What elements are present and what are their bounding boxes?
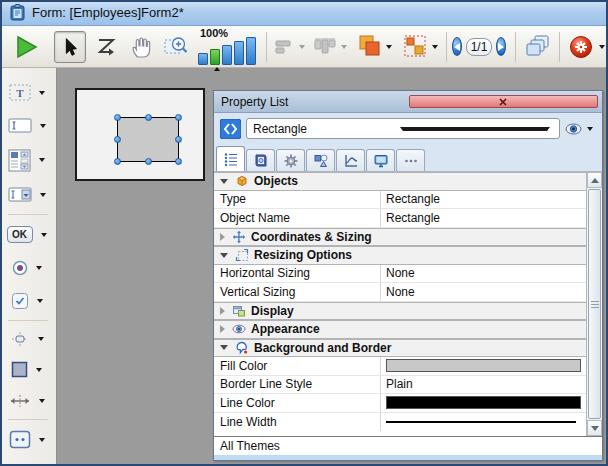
themes-footer[interactable]: All Themes [214,436,602,455]
selection-handle[interactable] [145,158,152,165]
tab-display[interactable] [366,149,395,171]
form-canvas-page[interactable] [75,88,205,181]
zoom-level-widget[interactable]: 100% [198,28,256,65]
expand-triangle-icon[interactable] [220,179,228,184]
next-page-button[interactable] [496,37,506,56]
property-scrollbar[interactable] [586,172,602,436]
expand-triangle-icon[interactable] [220,345,228,350]
tab-actions[interactable] [276,149,305,171]
static-text-tool[interactable]: T [0,76,56,109]
pan-tool-button[interactable] [128,34,154,60]
section-coordinates-sizing[interactable]: Coordinates & Sizing [214,228,586,247]
close-button[interactable] [409,95,599,108]
section-appearance[interactable]: Appearance [214,320,586,339]
group-menu-button[interactable] [402,33,429,60]
collapse-triangle-icon[interactable] [220,325,225,333]
zoom-bar-4[interactable] [234,41,244,65]
splitter-tool-chevron-icon[interactable] [39,399,45,403]
previous-page-button[interactable] [452,37,462,56]
radio-tool-chevron-icon[interactable] [36,266,42,270]
slider-tool-chevron-icon[interactable] [38,337,44,341]
plugin-tool-chevron-icon[interactable] [39,438,45,442]
selection-handle[interactable] [175,136,182,143]
object-selector-dropdown[interactable]: Rectangle [246,118,560,139]
fill-color-swatch[interactable] [386,359,581,372]
property-value[interactable]: Plain [381,376,586,394]
settings-menu-chevron-icon[interactable] [599,45,605,49]
level-menu-chevron-icon[interactable] [386,45,392,49]
window-titlebar[interactable]: Form: [Employees]Form2* [0,0,608,26]
zoom-bars-icon[interactable] [198,39,256,65]
checkbox-tool[interactable] [0,284,56,317]
settings-menu-button[interactable] [569,35,593,59]
entry-order-button[interactable] [94,34,120,60]
collapse-triangle-icon[interactable] [220,307,225,315]
view-options-chevron-icon[interactable] [587,127,593,131]
distribute-menu-button[interactable] [312,35,338,59]
section-objects[interactable]: Objects [214,172,586,191]
zoom-bar-current[interactable] [210,49,220,65]
pointer-tool-button[interactable] [54,31,86,63]
button-tool[interactable]: OK [0,218,56,251]
display-views-button[interactable] [523,32,553,62]
selection-handle[interactable] [175,114,182,121]
align-menu-button[interactable] [272,35,296,59]
selection-handle[interactable] [114,136,121,143]
tab-data[interactable] [246,149,275,171]
property-value[interactable] [381,357,586,375]
section-display[interactable]: Display [214,302,586,321]
property-list-titlebar[interactable]: Property List [214,91,602,113]
splitter-tool[interactable] [0,385,56,416]
plugin-area-tool[interactable] [0,423,56,456]
property-value[interactable] [381,394,586,412]
selection-handle[interactable] [114,114,121,121]
selection-handle[interactable] [145,114,152,121]
execute-form-button[interactable] [12,33,40,61]
listbox-tool-chevron-icon[interactable] [39,158,45,162]
collapse-triangle-icon[interactable] [220,233,225,241]
section-resizing-options[interactable]: Resizing Options [214,246,586,265]
zoom-region-button[interactable] [162,33,190,61]
rectangle-tool-chevron-icon[interactable] [36,368,42,372]
tab-objects[interactable] [306,149,335,171]
group-menu-chevron-icon[interactable] [432,45,438,49]
view-options-button[interactable] [565,123,596,135]
combobox-tool-chevron-icon[interactable] [40,193,46,197]
radio-button-tool[interactable] [0,251,56,284]
zoom-bar-5[interactable] [246,37,256,65]
line-color-swatch[interactable] [386,396,581,409]
rectangle-tool[interactable] [0,354,56,385]
align-menu-chevron-icon[interactable] [299,45,305,49]
section-background-border[interactable]: Background and Border [214,339,586,358]
property-value[interactable]: None [381,265,586,283]
line-width-sample[interactable] [386,421,576,423]
scrollbar-thumb[interactable] [588,189,601,419]
selection-handle[interactable] [114,158,121,165]
checkbox-tool-chevron-icon[interactable] [37,299,43,303]
property-value[interactable]: Rectangle [381,209,586,227]
zoom-bar-1[interactable] [198,53,208,65]
property-value[interactable]: None [381,283,586,301]
input-field-tool[interactable] [0,109,56,142]
tab-events[interactable] [336,149,365,171]
scroll-down-button[interactable] [587,420,602,436]
button-tool-chevron-icon[interactable] [41,233,47,237]
page-indicator[interactable]: 1/1 [466,38,492,56]
selection-handle[interactable] [175,158,182,165]
zoom-bar-3[interactable] [222,45,232,65]
listbox-tool[interactable] [0,142,56,178]
tab-more[interactable] [396,149,425,171]
input-tool-chevron-icon[interactable] [40,124,46,128]
property-value[interactable] [381,413,586,432]
level-menu-button[interactable] [356,33,383,60]
scroll-up-button[interactable] [587,172,602,188]
slider-tool[interactable] [0,324,56,354]
distribute-menu-chevron-icon[interactable] [341,45,347,49]
rectangle-object[interactable] [117,117,179,162]
tab-all-properties[interactable] [216,146,245,171]
property-value[interactable]: Rectangle [381,191,586,209]
combobox-tool[interactable] [0,178,56,211]
expand-triangle-icon[interactable] [220,253,228,258]
text-tool-chevron-icon[interactable] [39,91,45,95]
resizing-icon [235,248,249,262]
